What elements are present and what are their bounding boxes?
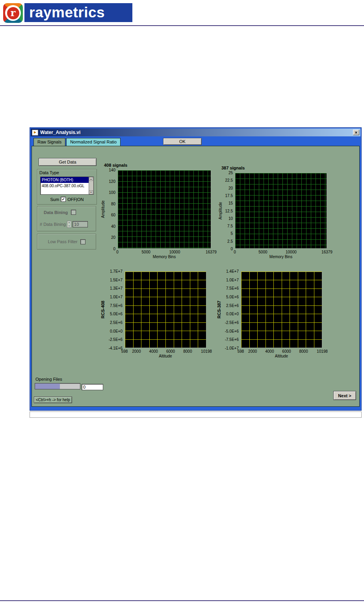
next-button[interactable]: Next > (333, 391, 356, 400)
window-title: Water_Analysis.vi (40, 130, 80, 135)
x-tick-label: 10198 (317, 349, 328, 354)
chart-408-signals: 408 signals Amplitude 140120100806040200… (117, 170, 211, 249)
data-type-group: Data Type PHOTON (BOTH) 408.00.oPC-387.0… (37, 169, 97, 205)
grid-line (206, 272, 206, 348)
x-axis-label: Altitude (241, 354, 322, 358)
grid-line (190, 272, 190, 348)
opening-files-progress (35, 383, 80, 389)
grid-line (125, 272, 125, 348)
x-axis-ticks: 050001000016379 (117, 249, 211, 254)
opening-files-label: Opening Files (35, 377, 62, 382)
grid-line (298, 272, 298, 348)
x-tick-label: 0 (234, 250, 236, 254)
get-data-button[interactable]: Get Data (39, 158, 97, 166)
scroll-up-icon[interactable]: ▲ (89, 177, 93, 181)
scroll-down-icon[interactable]: ▼ (89, 190, 93, 194)
x-tick-label: 8000 (183, 349, 192, 354)
x-axis-ticks: 598200040006000800010198 (124, 348, 206, 354)
x-tick-label: 598 (238, 349, 244, 354)
y-tick-label: -4.1E+6 (109, 346, 123, 350)
data-binning-checkbox[interactable] (71, 210, 76, 215)
close-icon[interactable]: × (353, 130, 359, 135)
labview-vi-icon: ▶ (32, 130, 38, 136)
y-tick-label: 0.0E+0 (110, 329, 123, 333)
grid-line (241, 331, 322, 331)
footer-divider (0, 600, 364, 601)
x-tick-label: 6000 (166, 349, 175, 354)
logo-letter: r (7, 7, 19, 19)
x-tick-label: 4000 (265, 349, 274, 354)
x-tick-label: 598 (121, 349, 128, 354)
list-item[interactable]: 408.00.oPC-387.00.oGL (41, 183, 93, 189)
binning-count-stepper[interactable]: ▲ ▼ (67, 221, 71, 228)
spinner-up-icon[interactable]: ▲ (67, 221, 71, 224)
y-tick-label: 40 (111, 224, 115, 228)
document-page: r raymetrics ▶ Water_Analysis.vi × Raw S… (0, 0, 364, 605)
x-tick-label: 16379 (206, 250, 217, 254)
low-pass-filter-group: Low Pass Filter (37, 234, 96, 249)
y-tick-label: 140 (109, 168, 115, 172)
y-tick-label: 2.5E+6 (226, 303, 239, 307)
plot-area (241, 271, 322, 348)
x-axis-label: Memory Bins (235, 255, 327, 259)
sum-checkbox[interactable]: ✓ (61, 197, 66, 202)
y-tick-label: 2.5 (227, 239, 233, 243)
y-tick-label: 10 (228, 216, 233, 220)
chart-title: 408 signals (104, 163, 127, 168)
tab-strip: Raw Signals Normalized Signal Ratio OK (31, 136, 360, 146)
data-binning-group: Data Bining # Data Bining ▲ ▼ 10 (37, 206, 96, 231)
tab-normalized-signal-ratio[interactable]: Normalized Signal Ratio (66, 138, 121, 146)
low-pass-filter-checkbox[interactable] (80, 239, 85, 244)
y-tick-label: -2.5E+6 (225, 320, 239, 324)
x-tick-label: 5000 (142, 250, 150, 254)
y-tick-label: 25 (228, 171, 233, 175)
y-tick-label: 20 (111, 235, 115, 240)
data-type-listbox[interactable]: PHOTON (BOTH) 408.00.oPC-387.00.oGL ▲ ▼ (40, 177, 94, 195)
y-tick-label: 2.5E+6 (110, 320, 123, 324)
grid-line (290, 272, 290, 348)
grid-line (241, 272, 322, 272)
plot-area (235, 173, 327, 249)
window-titlebar[interactable]: ▶ Water_Analysis.vi × (31, 128, 360, 136)
data-type-label: Data Type (39, 170, 59, 175)
list-item[interactable]: PHOTON (BOTH) (41, 177, 93, 183)
x-tick-label: 10000 (286, 250, 297, 254)
grid-line (182, 272, 182, 348)
grid-line (125, 280, 206, 280)
grid-line (198, 272, 198, 348)
ok-button[interactable]: OK (163, 138, 202, 145)
y-tick-label: 7.5 (227, 224, 233, 228)
water-analysis-window: ▶ Water_Analysis.vi × Raw Signals Normal… (30, 127, 362, 411)
y-tick-label: 100 (109, 190, 115, 195)
grid-line (125, 339, 206, 340)
x-tick-label: 2000 (248, 349, 257, 354)
grid-line (165, 272, 166, 348)
grid-line (241, 339, 322, 340)
y-tick-label: -1.0E+7 (225, 346, 239, 350)
y-tick-label: -7.5E+6 (225, 337, 239, 342)
grid-line (306, 272, 306, 348)
grid-line (314, 272, 314, 348)
grid-line (125, 314, 206, 314)
y-tick-label: 12.5 (225, 208, 233, 213)
y-tick-label: 1.0E+7 (226, 277, 239, 282)
x-tick-label: 2000 (132, 349, 141, 354)
spinner-down-icon[interactable]: ▼ (67, 225, 71, 227)
chart-387-signals: 387 signals Amplitude 2522.52017.51512.5… (235, 173, 327, 249)
grid-line (241, 314, 322, 314)
x-axis-ticks: 598200040006000800010198 (241, 348, 322, 354)
front-panel: Get Data Data Type PHOTON (BOTH) 408.00.… (32, 146, 360, 407)
data-binning-label: Data Bining (44, 210, 68, 215)
grid-line (174, 272, 174, 348)
help-button[interactable]: <Ctrl>+h -> for help (34, 397, 72, 403)
listbox-scrollbar[interactable]: ▲ ▼ (89, 177, 93, 194)
tab-raw-signals[interactable]: Raw Signals (33, 138, 65, 146)
grid-line (125, 289, 206, 289)
y-tick-label: 1.4E+7 (226, 269, 239, 274)
y-tick-label: 0.0E+0 (226, 312, 239, 316)
grid-line (125, 331, 206, 331)
brand-name: raymetrics (29, 4, 105, 21)
caption-area (30, 411, 362, 418)
x-tick-label: 8000 (299, 349, 308, 354)
grid-line (125, 305, 206, 306)
